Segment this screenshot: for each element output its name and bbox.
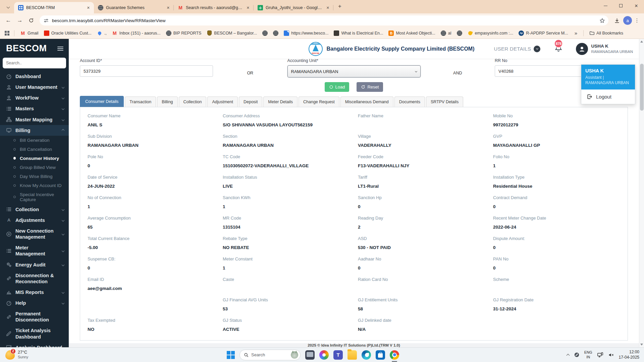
taskbar-search[interactable]: Search — [239, 350, 301, 360]
sidebar-item-permanent-disconnection[interactable]: Permanent Disconnection — [0, 308, 69, 325]
sidebar-item-help[interactable]: Help — [0, 298, 69, 308]
tab-documents[interactable]: Documents — [394, 97, 425, 107]
sidebar-item-billing[interactable]: Billing — [0, 125, 69, 136]
bookmark-item[interactable] — [260, 29, 270, 37]
browser-tab[interactable]: M Search results - aaorusd@gmai ✕ — [174, 2, 254, 13]
sidebar-item-user-management[interactable]: User Management — [0, 82, 69, 93]
taskbar-icon-desktop[interactable] — [305, 350, 315, 360]
tab-meter-details[interactable]: Meter Details — [263, 97, 298, 107]
volume-muted-icon[interactable] — [608, 352, 614, 358]
apps-grid-icon[interactable] — [5, 31, 9, 36]
load-button[interactable]: Load — [325, 82, 350, 92]
forward-button[interactable]: → — [15, 15, 25, 25]
sidebar-item-new-connection-management[interactable]: New Connection Management — [0, 226, 69, 242]
sidebar-item-disconnection-reconnection[interactable]: Disconnection & Reconnection — [0, 270, 69, 287]
accounting-unit-select[interactable]: RAMANAGARA URBAN — [287, 65, 421, 77]
all-bookmarks-button[interactable]: All Bookmarks — [587, 29, 626, 37]
bookmark-item[interactable]: BESCOM – Bangalor... — [204, 29, 259, 37]
network-monitor-icon[interactable] — [597, 352, 603, 358]
reset-button[interactable]: Reset — [357, 82, 383, 92]
account-id-input[interactable] — [80, 65, 213, 77]
site-settings-icon[interactable] — [44, 18, 49, 23]
taskbar-icon-teams[interactable]: T — [333, 350, 343, 360]
tab-miscellaneous-demand[interactable]: Miscellaneous Demand — [340, 97, 393, 107]
sidebar-search[interactable] — [3, 58, 66, 68]
user-details-dropdown-button[interactable]: USER DETAILS — [494, 46, 541, 52]
scroll-down-arrow-icon[interactable] — [640, 344, 643, 346]
new-tab-button[interactable]: + — [335, 2, 344, 11]
sidebar-item-analysis-dashboard[interactable]: Analysis Dashboard — [0, 342, 69, 347]
tab-adjustment[interactable]: Adjustment — [207, 97, 238, 107]
bookmark-item[interactable] — [271, 29, 281, 37]
tab-consumer-details[interactable]: Consumer Details — [80, 96, 124, 107]
bookmark-item[interactable]: empasysinfo.com :... — [465, 29, 516, 37]
tab-close-icon[interactable]: ✕ — [86, 5, 91, 11]
sidebar-subitem-know-my-account-id[interactable]: Know My Account ID — [0, 181, 69, 190]
language-switcher[interactable]: ENG IN — [584, 350, 592, 360]
bookmark-item[interactable]: What is Electrical En... — [331, 29, 385, 37]
sidebar-item-masters[interactable]: Masters — [0, 103, 69, 114]
scrollbar-thumb[interactable] — [640, 64, 644, 111]
sidebar-item-dashboard[interactable]: Dashboard — [0, 71, 69, 82]
bookmark-item[interactable] — [454, 29, 465, 37]
network-status-icon[interactable] — [574, 352, 580, 358]
taskbar-icon-edge[interactable] — [362, 350, 371, 360]
scroll-up-arrow-icon[interactable] — [640, 41, 643, 43]
bookmark-item[interactable]: al — [438, 29, 454, 37]
browser-menu-button[interactable]: ⋮ — [633, 17, 641, 23]
sidebar-subitem-consumer-history[interactable]: Consumer History — [0, 154, 69, 163]
start-button[interactable] — [227, 351, 235, 359]
browser-tab[interactable]: Gruha_Jyothi_issue - Google Sh ✕ — [254, 2, 333, 13]
sidebar-subitem-group-billed-view[interactable]: Group Billed View — [0, 163, 69, 172]
taskbar-icon-photos[interactable] — [319, 350, 329, 360]
sidebar-item-mis-reports[interactable]: MIS Reports — [0, 287, 69, 298]
browser-tab[interactable]: Guarantee Schemes ✕ — [94, 2, 174, 13]
sidebar-item-adjustments[interactable]: A Adjustments — [0, 215, 69, 226]
tab-collection[interactable]: Collection — [179, 97, 207, 107]
tab-billing[interactable]: Billing — [157, 97, 177, 107]
notifications-button[interactable]: 878 — [554, 44, 562, 54]
tab-deposit[interactable]: Deposit — [239, 97, 262, 107]
tab-search-button[interactable] — [3, 2, 13, 11]
window-minimize-button[interactable] — [598, 0, 613, 11]
bookmark-item[interactable]: MInbox (151) - aaorus... — [110, 29, 163, 37]
sidebar-item-master-mapping[interactable]: Master Mapping — [0, 114, 69, 125]
browser-tab[interactable]: BESCOM-TRM ✕ — [14, 2, 94, 13]
window-maximize-button[interactable] — [613, 0, 629, 11]
bookmark-item[interactable]: MGmail — [18, 29, 41, 37]
hamburger-menu-icon[interactable] — [57, 46, 63, 52]
bookmark-item[interactable]: hpR-APDRP Service M... — [516, 29, 571, 37]
sidebar-item-collection[interactable]: Collection — [0, 204, 69, 215]
bookmark-item[interactable]: https://www.besco... — [281, 29, 331, 37]
bookmark-star-icon[interactable] — [599, 18, 605, 23]
bookmark-item[interactable]: BIP REPORTS — [164, 29, 204, 37]
sidebar-subitem-special-incentive-capture[interactable]: Special Incentive Capture — [0, 190, 69, 204]
sidebar-item-energy-audit[interactable]: Energy Audit — [0, 259, 69, 270]
logout-button[interactable]: Logout — [581, 89, 635, 104]
sidebar-subitem-bill-generation[interactable]: Bill Generation — [0, 136, 69, 145]
sidebar-search-input[interactable] — [6, 61, 60, 65]
tab-close-icon[interactable]: ✕ — [325, 5, 331, 11]
url-text[interactable]: bescom.trm.ieasybill.com/RRMasterView/RR… — [52, 18, 596, 23]
sidebar-item-ticket-analysis-dashboard[interactable]: Ticket Analysis Dashboard — [0, 325, 69, 342]
window-close-button[interactable]: ✕ — [629, 0, 644, 11]
tab-close-icon[interactable]: ✕ — [165, 5, 171, 11]
url-bar[interactable]: bescom.trm.ieasybill.com/RRMasterView/RR… — [40, 15, 608, 25]
bookmark-item[interactable]: Oracle Utilities Cust... — [42, 29, 94, 37]
user-avatar[interactable] — [576, 43, 588, 55]
taskbar-icon-explorer[interactable] — [347, 350, 357, 360]
tab-transaction[interactable]: Transaction — [125, 97, 156, 107]
sidebar-subitem-day-wise-billing[interactable]: Day Wise Billing — [0, 172, 69, 181]
downloads-button[interactable] — [612, 15, 622, 25]
taskbar-clock[interactable]: 12:00 17-04-2025 — [619, 350, 639, 360]
sidebar-subitem-bill-cancellation[interactable]: Bill Cancellation — [0, 145, 69, 154]
taskbar-weather-widget[interactable]: 2 27°C Sunny — [5, 350, 28, 360]
tab-change-request[interactable]: Change Request — [299, 97, 339, 107]
tab-close-icon[interactable]: ✕ — [245, 5, 251, 11]
bookmarks-overflow-button[interactable]: » — [572, 30, 580, 36]
sidebar-item-meter-management[interactable]: Meter Management — [0, 242, 69, 259]
page-scrollbar[interactable] — [639, 39, 644, 347]
bookmark-item[interactable]: ., — [95, 29, 109, 37]
tab-srtpv-details[interactable]: SRTPV Details — [426, 97, 463, 107]
back-button[interactable]: ← — [3, 15, 13, 25]
